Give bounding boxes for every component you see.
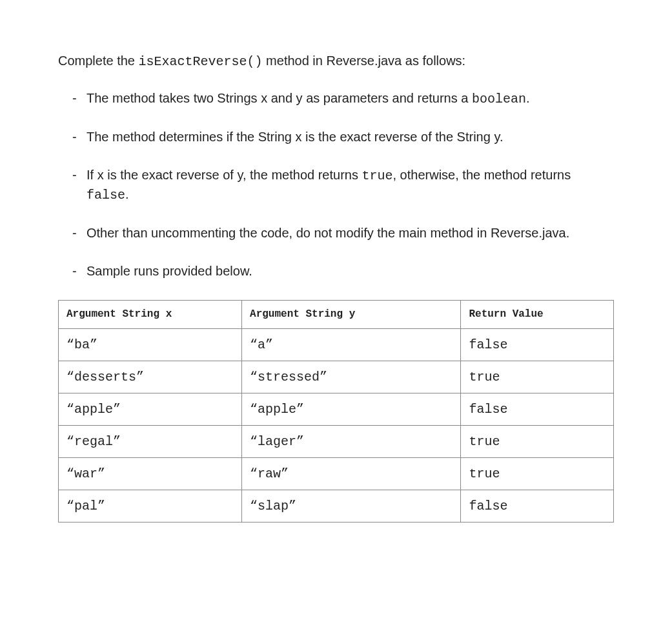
intro-code: isExactReverse() [139, 54, 263, 69]
bullet-code-run: false [87, 188, 125, 203]
table-cell: false [461, 490, 614, 522]
table-cell: “regal” [59, 426, 242, 458]
table-cell: “slap” [242, 490, 461, 522]
table-cell: true [461, 361, 614, 393]
bullet-code-run: boolean [472, 92, 526, 106]
bullet-text-run: Sample runs provided below. [87, 264, 252, 278]
bullet-text-run: . [526, 91, 530, 105]
table-body: “ba”“a”false“desserts”“stressed”true“app… [59, 329, 614, 522]
table-row: “regal”“lager”true [59, 426, 614, 458]
table-header-row: Argument String x Argument String y Retu… [59, 301, 614, 329]
table-cell: “ba” [59, 329, 242, 361]
intro-post: method in Reverse.java as follows: [263, 54, 466, 68]
table-cell: false [461, 393, 614, 426]
bullet-text-run: If x is the exact reverse of y, the meth… [87, 168, 361, 182]
table-header-y: Argument String y [242, 301, 461, 329]
table-row: “desserts”“stressed”true [59, 361, 614, 393]
bullet-item: Other than uncommenting the code, do not… [58, 224, 614, 243]
table-cell: “pal” [59, 490, 242, 522]
bullet-item: Sample runs provided below. [58, 262, 614, 281]
table-cell: true [461, 458, 614, 490]
bullet-text-run: The method determines if the String x is… [87, 130, 504, 144]
table-cell: true [461, 426, 614, 458]
bullet-item: If x is the exact reverse of y, the meth… [58, 166, 614, 204]
table-cell: “apple” [59, 393, 242, 426]
table-cell: “desserts” [59, 361, 242, 393]
table-cell: “apple” [242, 393, 461, 426]
table-cell: “lager” [242, 426, 461, 458]
table-row: “pal”“slap”false [59, 490, 614, 522]
bullet-list: The method takes two Strings x and y as … [58, 89, 614, 281]
bullet-item: The method takes two Strings x and y as … [58, 89, 614, 108]
table-cell: “war” [59, 458, 242, 490]
table-header-return: Return Value [461, 301, 614, 329]
table-cell: “stressed” [242, 361, 461, 393]
table-row: “apple”“apple”false [59, 393, 614, 426]
table-row: “ba”“a”false [59, 329, 614, 361]
bullet-text-run: . [125, 187, 129, 201]
table-row: “war”“raw”true [59, 458, 614, 490]
bullet-text-run: Other than uncommenting the code, do not… [87, 226, 569, 240]
bullet-text-run: , otherwise, the method returns [393, 168, 571, 182]
bullet-item: The method determines if the String x is… [58, 128, 614, 146]
sample-runs-table: Argument String x Argument String y Retu… [58, 300, 614, 522]
table-cell: “a” [242, 329, 461, 361]
table-header-x: Argument String x [59, 301, 242, 329]
bullet-code-run: true [361, 168, 392, 183]
bullet-text-run: The method takes two Strings x and y as … [87, 91, 472, 105]
table-cell: “raw” [242, 458, 461, 490]
intro-paragraph: Complete the isExactReverse() method in … [58, 52, 614, 71]
intro-pre: Complete the [58, 54, 139, 68]
table-cell: false [461, 329, 614, 361]
